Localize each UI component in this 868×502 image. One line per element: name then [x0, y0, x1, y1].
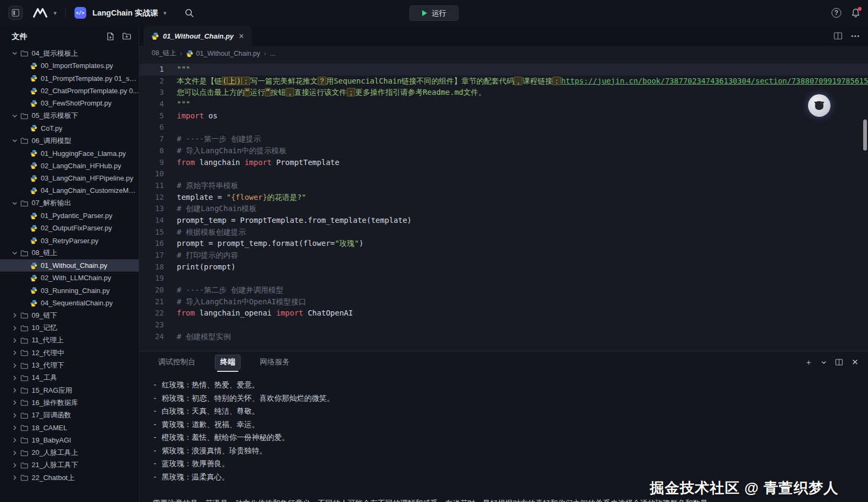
- tree-file-item[interactable]: 03_RetryParser.py: [0, 234, 139, 246]
- folder-icon: [20, 337, 28, 344]
- editor-scrollbar[interactable]: [863, 119, 867, 151]
- new-file-icon[interactable]: [106, 32, 115, 41]
- tree-item-label: 13_代理下: [32, 361, 64, 370]
- tree-folder-item[interactable]: 16_操作数据库: [0, 396, 139, 409]
- panel-tab[interactable]: 终端: [215, 355, 241, 370]
- tree-folder-item[interactable]: 14_工具: [0, 372, 139, 384]
- code-line[interactable]: 8# 导入LangChain中的提示模板: [139, 145, 868, 157]
- tree-file-item[interactable]: 03_FewShotPrompt.py: [0, 97, 139, 109]
- tree-file-item[interactable]: 03_Running_Chain.py: [0, 284, 139, 297]
- tree-folder-item[interactable]: 08_链上: [0, 247, 139, 259]
- code-link[interactable]: https://juejin.cn/book/73877023474361303…: [561, 77, 868, 85]
- editor-tab[interactable]: 01_Without_Chain.py ✕: [144, 26, 252, 46]
- code-line[interactable]: 3您可以点击最上方的“运行”按钮，直接运行该文件；更多操作指引请参考Readme…: [139, 87, 868, 99]
- tree-folder-item[interactable]: 21_人脉工具下: [0, 459, 139, 471]
- tree-file-item[interactable]: 02_OutputFixParser.py: [0, 222, 139, 234]
- tree-file-item[interactable]: 00_ImportTemplates.py: [0, 59, 139, 72]
- code-line[interactable]: 13# 创建LangChain模板: [139, 203, 868, 215]
- terminal-line: - 黄玫瑰：道歉、祝福、幸运。: [153, 418, 868, 431]
- tree-folder-item[interactable]: 15_RAG应用: [0, 384, 139, 396]
- code-line[interactable]: 21# 导入LangChain中OpenAI模型接口: [139, 296, 868, 308]
- app-logo-icon[interactable]: [32, 8, 48, 18]
- breadcrumb-item[interactable]: 01_Without_Chain.py: [186, 50, 260, 57]
- code-line[interactable]: 4""": [139, 99, 868, 110]
- panel-tab[interactable]: 网络服务: [255, 355, 295, 370]
- code-token: langchain: [195, 158, 245, 167]
- code-line[interactable]: 10: [139, 168, 868, 180]
- code-line[interactable]: 18print(prompt): [139, 261, 868, 273]
- code-editor[interactable]: 1"""2本文件是【链(上)：写一篇完美鲜花推文？用SequencialChai…: [139, 61, 868, 351]
- code-line[interactable]: 14prompt_temp = PromptTemplate.from_temp…: [139, 215, 868, 227]
- code-token: ): [236, 77, 241, 85]
- new-folder-icon[interactable]: [122, 32, 131, 41]
- help-icon[interactable]: ?: [832, 8, 841, 18]
- python-file-icon: [30, 87, 38, 95]
- tree-file-item[interactable]: CoT.py: [0, 122, 139, 134]
- tree-folder-item[interactable]: 17_回调函数: [0, 409, 139, 422]
- project-name[interactable]: LangChain 实战课: [93, 8, 158, 18]
- panel-tab[interactable]: 调试控制台: [153, 355, 201, 370]
- tree-file-item[interactable]: 01_Pydantic_Parser.py: [0, 209, 139, 222]
- new-terminal-icon[interactable]: ＋: [804, 357, 812, 368]
- code-line[interactable]: 24# 创建模型实例: [139, 331, 868, 343]
- code-line[interactable]: 2本文件是【链(上)：写一篇完美鲜花推文？用SequencialChain链接不…: [139, 76, 868, 87]
- tree-folder-item[interactable]: 13_代理下: [0, 359, 139, 371]
- code-line[interactable]: 1""": [139, 64, 868, 76]
- tab-close-icon[interactable]: ✕: [238, 32, 244, 40]
- code-line[interactable]: 7# ----第一步 创建提示: [139, 133, 868, 145]
- terminal-output[interactable]: - 红玫瑰：热情、热爱、爱意。- 粉玫瑰：初恋、特别的关怀、喜欢你那灿烂的微笑。…: [139, 373, 868, 502]
- tree-folder-item[interactable]: 06_调用模型: [0, 134, 139, 147]
- tree-file-item[interactable]: 01_HuggingFace_Llama.py: [0, 147, 139, 159]
- tree-folder-item[interactable]: 12_代理中: [0, 347, 139, 359]
- logo-menu-chevron-icon[interactable]: ▾: [54, 10, 57, 17]
- chevron-icon: [11, 338, 19, 343]
- more-actions-icon[interactable]: ⋯: [851, 31, 859, 41]
- run-button[interactable]: 运行: [409, 5, 459, 21]
- code-line[interactable]: 9from langchain import PromptTemplate: [139, 157, 868, 169]
- tree-file-item[interactable]: 01_Without_Chain.py: [0, 259, 139, 272]
- split-terminal-icon[interactable]: [835, 358, 843, 366]
- tree-folder-item[interactable]: 09_链下: [0, 309, 139, 321]
- code-line[interactable]: 6: [139, 122, 868, 133]
- code-line[interactable]: 12template = "{flower}的花语是?": [139, 192, 868, 204]
- tree-folder-item[interactable]: 18_CAMEL: [0, 422, 139, 434]
- sidebar-toggle-icon[interactable]: [9, 6, 23, 20]
- tree-file-item[interactable]: 02_LangChain_HFHub.py: [0, 160, 139, 172]
- tree-file-item[interactable]: 01_PromptTemplate.py 01_sof...: [0, 72, 139, 85]
- code-line[interactable]: 19: [139, 273, 868, 284]
- code-line[interactable]: 17# 打印提示的内容: [139, 250, 868, 261]
- code-line[interactable]: 5import os: [139, 110, 868, 122]
- tree-folder-item[interactable]: 04_提示模板上: [0, 47, 139, 59]
- tree-folder-item[interactable]: 07_解析输出: [0, 197, 139, 209]
- tree-file-item[interactable]: 04_SequentialChain.py: [0, 297, 139, 309]
- folder-icon: [20, 399, 28, 406]
- tree-folder-item[interactable]: 20_人脉工具上: [0, 447, 139, 459]
- search-icon[interactable]: [185, 9, 194, 18]
- top-bar: ▾ </> LangChain 实战课 ▾ 运行 ?: [0, 0, 868, 26]
- code-line[interactable]: 23: [139, 319, 868, 331]
- ai-assistant-button[interactable]: [808, 94, 830, 117]
- breadcrumb-item[interactable]: ...: [270, 50, 275, 57]
- code-token: # 导入LangChain中OpenAI模型接口: [177, 297, 306, 306]
- code-line[interactable]: 22from langchain_openai import ChatOpenA…: [139, 308, 868, 319]
- tree-file-item[interactable]: 04_LangChain_CustomizeMod...: [0, 184, 139, 197]
- tree-folder-item[interactable]: 11_代理上: [0, 334, 139, 347]
- code-line[interactable]: 16prompt = prompt_temp.format(flower="玫瑰…: [139, 238, 868, 250]
- tree-folder-item[interactable]: 19_BabyAGI: [0, 434, 139, 446]
- breadcrumb-item[interactable]: 08_链上: [152, 49, 176, 58]
- tree-file-item[interactable]: 03_LangChain_HFPipeline.py: [0, 172, 139, 184]
- tree-file-item[interactable]: 02_ChatPromptTemplate.py 0...: [0, 85, 139, 97]
- tree-folder-item[interactable]: 10_记忆: [0, 322, 139, 334]
- project-chevron-icon[interactable]: ▾: [163, 10, 167, 17]
- terminal-dropdown-chevron-icon[interactable]: [821, 359, 827, 365]
- tree-file-item[interactable]: 02_With_LLMChain.py: [0, 272, 139, 284]
- notification-bell-icon[interactable]: [851, 8, 860, 18]
- tree-folder-item[interactable]: 05_提示模板下: [0, 109, 139, 122]
- tree-folder-item[interactable]: 22_Chatbot上: [0, 471, 139, 484]
- code-line[interactable]: 11# 原始字符串模板: [139, 180, 868, 192]
- code-line[interactable]: 15# 根据模板创建提示: [139, 227, 868, 238]
- split-editor-icon[interactable]: [834, 32, 842, 40]
- code-line[interactable]: 20# ----第二步 创建并调用模型: [139, 284, 868, 296]
- code-token: 按钮: [271, 88, 286, 96]
- close-panel-icon[interactable]: ✕: [851, 357, 858, 367]
